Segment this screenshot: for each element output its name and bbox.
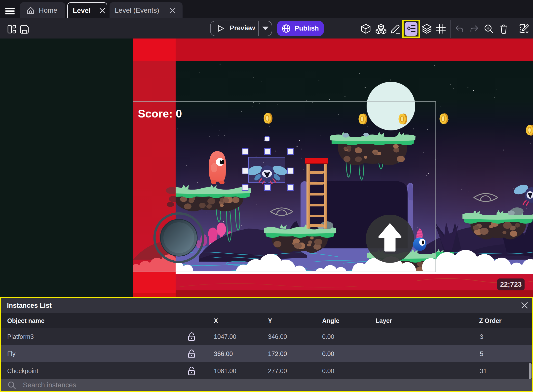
- svg-text:22;723: 22;723: [500, 280, 522, 288]
- svg-text:Score: 0: Score: 0: [138, 107, 182, 120]
